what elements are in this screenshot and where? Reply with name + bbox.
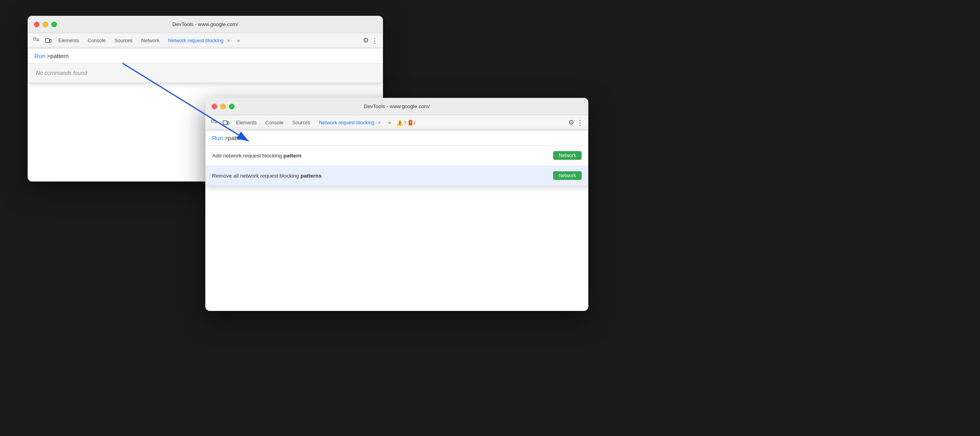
tab-elements-1[interactable]: Elements — [54, 36, 83, 45]
window-title-2: DevTools - www.google.com/ — [364, 103, 430, 109]
svg-rect-10 — [223, 121, 227, 125]
title-bar-2: DevTools - www.google.com/ — [205, 98, 588, 115]
command-input-row-1[interactable]: Run >pattern — [28, 49, 383, 64]
window-title-1: DevTools - www.google.com/ — [173, 21, 238, 27]
svg-rect-7 — [211, 120, 214, 122]
command-input-row-2[interactable]: Run >pattern — [206, 131, 588, 146]
pattern-text-1: >pattern — [47, 52, 69, 59]
error-icon-2: ! — [409, 120, 412, 125]
tab-close-icon-2[interactable]: ✕ — [377, 120, 381, 125]
result-row-1[interactable]: Add network request blocking pattern Net… — [206, 146, 588, 166]
more-tabs-icon-1[interactable]: » — [235, 36, 242, 45]
tab-console-1[interactable]: Console — [84, 36, 110, 45]
warning-count-2: 3 — [404, 120, 406, 125]
tab-console-2[interactable]: Console — [261, 118, 287, 127]
warning-badge-2: ⚠️ 3 — [396, 120, 406, 126]
more-options-icon-2[interactable]: ⋮ — [576, 118, 584, 127]
tab-network-request-blocking-2[interactable]: Network request blocking ✕ — [315, 118, 385, 127]
error-count-2: 2 — [413, 120, 415, 125]
close-button-2[interactable] — [212, 104, 217, 109]
inspect-element-icon[interactable] — [31, 35, 42, 46]
traffic-lights-2 — [212, 104, 235, 109]
svg-rect-4 — [50, 39, 51, 42]
command-palette-1: Run >pattern No commands found — [28, 48, 383, 83]
more-tabs-icon-2[interactable]: » — [386, 118, 393, 127]
settings-gear-icon-2[interactable]: ⚙ — [568, 118, 574, 127]
settings-area-1: ⚙ ⋮ — [361, 36, 380, 45]
svg-rect-11 — [227, 122, 229, 124]
result-row-2[interactable]: Remove all network request blocking patt… — [206, 166, 588, 185]
devtools-content-2: Enab Run >pattern Add network request bl… — [205, 130, 588, 311]
settings-gear-icon-1[interactable]: ⚙ — [363, 36, 369, 45]
settings-area-2: ⚙ ⋮ — [567, 118, 585, 127]
pattern-text-2: >pattern — [225, 135, 246, 141]
minimize-button-1[interactable] — [43, 22, 48, 27]
result-text-2: Remove all network request blocking patt… — [212, 173, 550, 179]
tab-close-icon-1[interactable]: ✕ — [227, 38, 230, 43]
svg-rect-0 — [34, 38, 36, 40]
tab-bar-1: Elements Console Sources Network Network… — [28, 33, 383, 48]
tab-network-request-blocking-1[interactable]: Network request blocking ✕ — [164, 36, 234, 45]
command-palette-2: Run >pattern Add network request blockin… — [205, 130, 588, 186]
tab-sources-2[interactable]: Sources — [288, 118, 314, 127]
tab-sources-1[interactable]: Sources — [111, 36, 137, 45]
traffic-lights-1 — [34, 22, 57, 27]
device-mode-icon-2[interactable] — [220, 117, 231, 128]
minimize-button-2[interactable] — [220, 104, 226, 109]
no-results-1: No commands found — [28, 64, 383, 82]
svg-rect-3 — [45, 39, 49, 43]
devtools-window-2: DevTools - www.google.com/ Elements Cons… — [205, 98, 588, 311]
more-options-icon-1[interactable]: ⋮ — [371, 36, 378, 45]
maximize-button-1[interactable] — [51, 22, 57, 27]
network-badge-2: Network — [553, 171, 582, 180]
device-mode-icon[interactable] — [43, 35, 54, 46]
network-badge-1: Network — [553, 151, 582, 160]
maximize-button-2[interactable] — [229, 104, 235, 109]
inspect-element-icon-2[interactable] — [208, 117, 220, 128]
title-bar-1: DevTools - www.google.com/ — [28, 16, 383, 33]
close-button-1[interactable] — [34, 22, 39, 27]
tab-network-1[interactable]: Network — [137, 36, 163, 45]
tab-elements-2[interactable]: Elements — [232, 118, 261, 127]
result-text-1: Add network request blocking pattern — [212, 153, 550, 159]
tab-bar-2: Elements Console Sources Network request… — [205, 115, 588, 130]
run-label-2: Run — [212, 135, 223, 141]
warning-icon-2: ⚠️ — [396, 120, 403, 126]
error-badge-2: ! 2 — [409, 120, 415, 125]
run-label-1: Run — [34, 52, 45, 59]
